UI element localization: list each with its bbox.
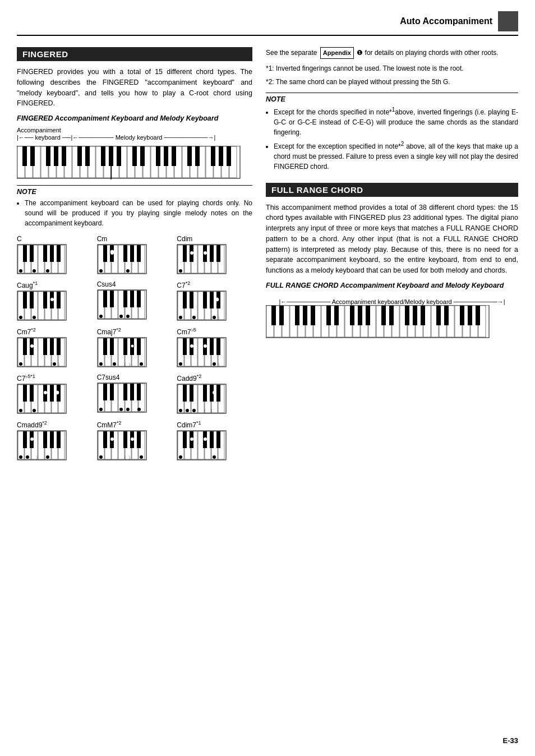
svg-point-181	[99, 362, 103, 366]
chord-Cadd9-sup: *2	[197, 374, 202, 379]
svg-text:〉: 〉	[210, 409, 215, 414]
svg-rect-233	[123, 384, 127, 400]
svg-rect-123	[103, 291, 107, 307]
svg-rect-46	[211, 146, 215, 166]
chord-Cm7: Cm7*2	[17, 327, 93, 368]
chord-C7sus4: C7sus4	[97, 374, 173, 414]
svg-rect-343	[271, 306, 276, 325]
chord-C-name: C	[17, 235, 93, 243]
fingered-body-text: FINGERED provides you with a total of 15…	[17, 67, 252, 109]
chord-CmM7: CmM7*2	[97, 420, 173, 461]
svg-rect-62	[57, 245, 61, 262]
svg-rect-35	[85, 146, 90, 166]
chord-Cdim-piano	[177, 244, 227, 275]
chord-Cdim: Cdim	[177, 235, 252, 275]
star1-note: *1: Inverted fingerings cannot be used. …	[266, 63, 518, 73]
svg-rect-40	[140, 146, 145, 166]
svg-point-96	[179, 269, 182, 273]
chord-Cmaj7-piano: 〈 〉	[97, 337, 147, 368]
svg-point-201	[190, 344, 193, 348]
svg-rect-39	[132, 146, 137, 166]
svg-rect-30	[30, 146, 35, 166]
note-text-right: Except for the chords specified in note*…	[266, 105, 518, 172]
full-range-keyboard: |←────────── Accompaniment keyboard/Melo…	[266, 294, 518, 339]
svg-point-129	[119, 315, 123, 318]
svg-rect-252	[216, 385, 220, 402]
svg-rect-353	[381, 306, 386, 325]
svg-rect-214	[23, 385, 27, 402]
chord-C7: C7*2	[177, 280, 252, 321]
svg-point-313	[213, 455, 216, 459]
svg-point-112	[19, 316, 22, 319]
svg-point-144	[179, 316, 182, 319]
appendix-box: Appendix	[320, 47, 354, 59]
svg-point-255	[192, 409, 196, 412]
svg-text:〉: 〉	[128, 455, 133, 460]
svg-point-292	[110, 437, 114, 441]
svg-point-164	[30, 344, 34, 348]
chord-C7b5-piano	[17, 384, 67, 414]
svg-point-200	[179, 362, 182, 366]
svg-rect-158	[23, 338, 27, 355]
svg-rect-346	[303, 306, 307, 325]
large-piano-svg	[17, 146, 241, 179]
svg-rect-348	[326, 306, 331, 325]
svg-rect-60	[43, 245, 47, 262]
svg-point-184	[131, 344, 134, 348]
chord-Cm-name: Cm	[97, 235, 173, 243]
full-range-arrow-line: |←────────── Accompaniment keyboard/Melo…	[266, 298, 518, 305]
svg-point-238	[126, 408, 130, 411]
note-box-fingered: NOTE The accompaniment keyboard can be u…	[17, 185, 252, 228]
svg-text:〉: 〉	[218, 316, 222, 321]
keyboard-diagram: Accompaniment |←── keyboard ──|←────────…	[17, 127, 252, 179]
svg-rect-290	[137, 431, 141, 448]
note-label-left: NOTE	[17, 188, 252, 196]
svg-point-113	[33, 316, 36, 319]
svg-point-277	[46, 455, 49, 459]
svg-text:〈: 〈	[201, 409, 206, 414]
svg-rect-108	[30, 292, 34, 308]
chord-Cdim7: Cdim7*1	[177, 420, 252, 461]
svg-rect-199	[216, 338, 220, 355]
svg-rect-78	[137, 245, 141, 262]
svg-point-186	[140, 362, 143, 366]
svg-point-253	[179, 409, 182, 412]
appendix-suffix: for details on playing chords with other…	[365, 49, 499, 57]
chord-Cm7b5-piano: 〈 〉	[177, 337, 227, 368]
left-column: FINGERED FINGERED provides you with a to…	[17, 47, 252, 461]
note-item-right-1: Except for the chords specified in note*…	[274, 105, 518, 137]
svg-point-130	[126, 315, 130, 318]
svg-rect-161	[50, 338, 54, 355]
chord-Cadd9: Cadd9*2	[177, 374, 252, 414]
chord-C7b5: C7♭5*1	[17, 374, 93, 414]
svg-rect-231	[103, 384, 107, 400]
svg-point-221	[44, 391, 47, 394]
page: Auto Accompaniment FINGERED FINGERED pro…	[0, 0, 535, 756]
svg-point-202	[204, 344, 207, 348]
appendix-circle: ❶	[357, 49, 363, 57]
chord-C7b5-name: C7♭5*1	[17, 374, 93, 382]
star2-note: *2: The same chord can be played without…	[266, 77, 518, 87]
chord-Cm7-piano: 〈 〉	[17, 337, 67, 368]
svg-rect-34	[77, 146, 82, 166]
svg-rect-160	[43, 338, 47, 355]
chord-C7sus4-piano	[97, 382, 147, 413]
svg-rect-349	[334, 306, 339, 325]
chord-C7-sup: *2	[186, 280, 191, 286]
chord-Cm7-name: Cm7*2	[17, 327, 93, 336]
svg-rect-176	[103, 338, 107, 355]
chord-CmM7-piano: 〈 〉	[97, 430, 147, 461]
chord-Cadd9-piano: 〈 〉	[177, 384, 227, 414]
svg-point-146	[215, 298, 219, 301]
svg-rect-44	[187, 146, 192, 166]
svg-rect-350	[350, 306, 354, 325]
svg-rect-355	[405, 306, 409, 325]
svg-rect-180	[137, 338, 141, 355]
svg-point-114	[50, 298, 54, 301]
svg-rect-47	[219, 146, 223, 166]
chord-Csus4: Csus4	[97, 280, 173, 321]
svg-rect-139	[183, 292, 187, 308]
chord-Caug-sup: *1	[33, 280, 38, 286]
svg-rect-215	[30, 385, 34, 402]
svg-point-166	[53, 362, 56, 366]
